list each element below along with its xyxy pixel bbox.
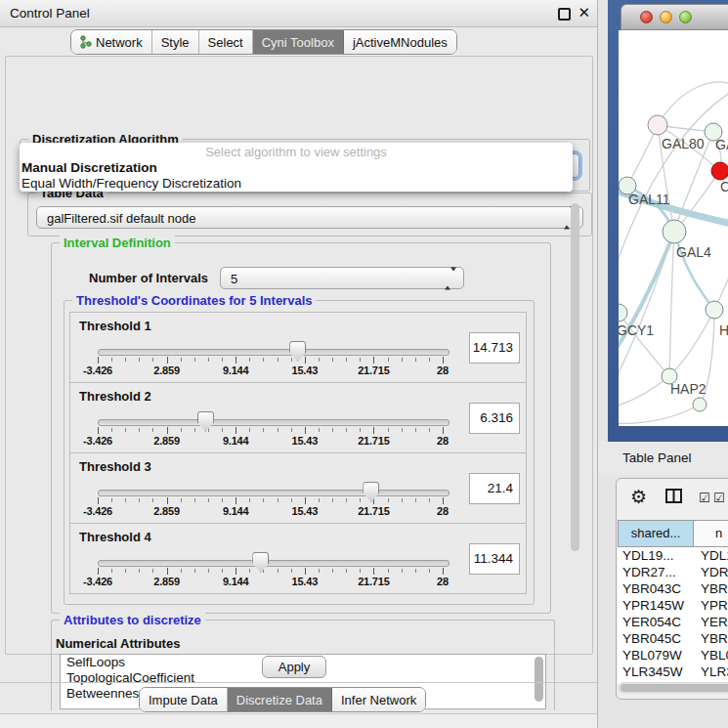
threshold-value-field[interactable]: 14.713 [469,332,520,364]
network-window-titlebar[interactable] [621,4,728,30]
slider-tick [373,427,374,434]
table-header-row: shared... n [618,520,728,547]
slider-tick [263,358,264,362]
slider-tick [278,569,278,573]
slider-tick-label: 21.715 [358,576,389,587]
slider-thumb[interactable] [252,552,269,573]
table-row[interactable]: YDR27...YDR2 [618,564,728,580]
list-scrollbar[interactable] [535,657,543,702]
table-row[interactable]: YER054CYER0 [618,614,728,630]
slider-tick [111,428,112,432]
column-header-name[interactable]: n [693,520,728,547]
slider-tick [181,498,182,502]
network-node[interactable] [648,115,667,135]
table-row[interactable]: YBL079WYBL0 [618,647,728,664]
cell-name: YDL1 [694,547,728,564]
threshold-value-field[interactable]: 6.316 [469,403,520,434]
tab-jactivemnodules[interactable]: jActiveMNodules [344,30,456,54]
mac-minimize-button[interactable] [660,11,672,23]
threshold-value-field[interactable]: 21.4 [469,473,520,504]
slider-tick [139,428,140,432]
horizontal-scrollbar-thumb[interactable] [621,684,728,692]
numerical-attributes-label: Numerical Attributes [56,636,180,651]
table-data-combobox[interactable]: galFiltered.sif default node [36,206,583,229]
slider-tick [415,569,416,573]
threshold-value-field[interactable]: 11.344 [469,543,520,575]
tab-impute-data[interactable]: Impute Data [140,688,228,711]
table-row[interactable]: YBR045CYBR0 [618,630,728,647]
slider-tick [167,568,168,575]
slider-tick [249,358,250,362]
table-row[interactable]: YBR043CYBR0 [618,580,728,597]
combo-stepper-icon [445,267,456,289]
slider-track[interactable] [98,419,450,426]
slider-thumb[interactable] [197,411,214,432]
bottom-tab-bar: Impute DataDiscretize DataInfer Network [139,687,426,712]
column-header-shared[interactable]: shared... [618,520,694,547]
checkbox-checked-icon[interactable]: ☑ [713,491,725,505]
slider-thumb[interactable] [363,482,379,502]
network-edge [619,376,669,407]
slider-track[interactable] [98,560,450,567]
gear-icon[interactable]: ⚙ [630,487,647,508]
tab-network[interactable]: Network [71,30,152,54]
slider-tick [222,569,223,573]
network-canvas[interactable]: GAL80GACGAL11GAL4GCY1HHAP2 [619,30,728,426]
table-rows: YDL19...YDL1YDR27...YDR2YBR043CYBR0YPR14… [618,547,728,690]
slider-tick [125,358,126,362]
tab-label: Discretize Data [236,693,322,707]
menu-item-equal-width-frequency-discretization[interactable]: Equal Width/Frequency Discretization [20,176,573,192]
slider-tick-label: -3.426 [83,576,112,587]
interval-definition-group: Interval Definition Number of Intervals … [51,242,551,614]
table-panel-title: Table Panel [622,442,692,474]
slider-thumb[interactable] [289,341,306,362]
tab-discretize-data[interactable]: Discretize Data [228,688,332,711]
mac-close-button[interactable] [640,11,653,23]
table-row[interactable]: YPR145WYPR1 [618,597,728,614]
slider-track[interactable] [98,349,450,356]
table-row[interactable]: YDL19...YDL1 [618,547,728,564]
tab-style[interactable]: Style [152,30,199,54]
slider-tick [305,357,306,364]
slider-tick [415,498,416,502]
network-node[interactable] [663,220,686,243]
horizontal-scrollbar[interactable] [618,682,728,694]
slider-tick [429,358,430,362]
checkbox-checked-icon[interactable]: ☑ [699,491,710,505]
network-node[interactable] [706,301,723,319]
slider-track[interactable] [98,490,450,496]
cell-shared-name: YBL079W [618,647,694,664]
table-data-group: Table Data galFiltered.sif default node [27,193,592,236]
slider-tick [429,569,430,573]
float-window-icon[interactable] [558,8,571,21]
slider-tick-label: 15.43 [292,505,319,517]
number-of-intervals-combobox[interactable]: 5 [220,267,464,289]
slider-tick [319,498,320,502]
tab-cyni-toolbox[interactable]: Cyni Toolbox [253,30,344,54]
network-node[interactable] [711,162,728,180]
menu-item-manual-discretization[interactable]: Manual Discretization [20,160,573,176]
slider-tick [111,569,112,573]
bottom-strip [0,713,597,728]
slider-tick-label: 9.144 [223,505,249,517]
table-data-combobox-value: galFiltered.sif default node [47,211,195,226]
table-row[interactable]: YLR345WYLR3 [618,664,728,680]
slider-tick [181,428,182,432]
slider-tick [278,358,278,362]
cell-name: YPR1 [694,597,728,614]
network-edge [674,232,714,310]
cell-name: YBR0 [694,630,728,647]
slider-tick [305,568,306,575]
network-node[interactable] [693,398,707,411]
network-node[interactable] [619,304,627,321]
slider-tick [98,427,99,434]
control-panel: Control Panel ✕ NetworkStyleSelectCyni T… [0,0,598,728]
panel-scrollbar[interactable] [571,203,579,551]
close-icon[interactable]: ✕ [578,4,590,21]
apply-button[interactable]: Apply [262,656,326,678]
tab-infer-network[interactable]: Infer Network [332,688,425,711]
tab-select[interactable]: Select [199,30,253,54]
split-view-icon[interactable] [665,489,682,506]
network-node-label: GAL80 [662,136,705,151]
mac-zoom-button[interactable] [679,11,692,23]
